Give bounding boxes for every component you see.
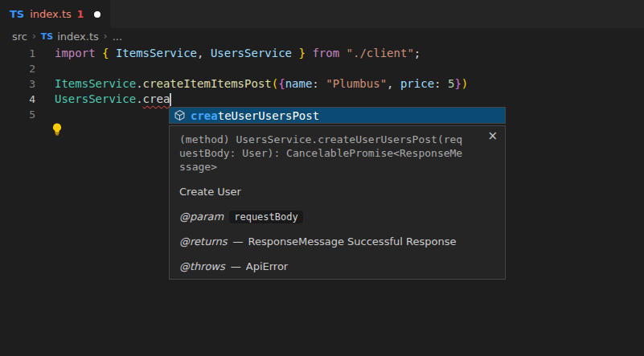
tab-error-count-badge: 1 [77,9,84,20]
code-line[interactable]: 3ItemsService.createItemItemsPost({name:… [0,76,644,92]
vscode-window: TS index.ts 1 src › TS index.ts › ... 1i… [0,0,644,356]
code-token: UsersService [211,47,292,59]
code-token: { [278,77,285,90]
suggest-match-text: crea [191,109,218,122]
code-token: crea [143,92,170,105]
code-line[interactable]: 2 [0,61,644,76]
code-token: , [387,77,400,90]
line-number[interactable]: 3 [0,76,35,92]
code-token: ( [272,77,278,90]
breadcrumb-item-symbol[interactable]: ... [113,31,122,43]
code-token [292,47,298,59]
dash-separator: — [231,260,241,272]
method-cube-icon [174,109,186,121]
chevron-right-icon: › [104,31,108,42]
param-name-badge: requestBody [229,211,302,223]
code-token [339,47,346,59]
suggest-item-label: createUserUsersPost [191,109,319,122]
tab-bar: TS index.ts 1 [0,0,644,28]
doc-tag-param: @paramrequestBody [179,211,495,223]
lightbulb-quickfix-icon[interactable] [51,123,63,138]
code-token: . [136,92,142,105]
code-token: . [136,77,142,90]
doc-description: Create User [179,186,495,198]
suggest-rest-text: teUserUsersPost [218,109,319,122]
method-signature: (method) UsersService.createUserUsersPos… [179,133,462,174]
code-token: } [454,77,461,90]
tab-index-ts[interactable]: TS index.ts 1 [0,0,110,28]
line-number[interactable]: 1 [0,46,35,61]
text-cursor [170,93,171,106]
tag-throws-label: @throws [179,260,225,272]
doc-tag-returns: @returns—ResponseMessage Successful Resp… [179,235,495,248]
close-icon[interactable]: × [487,130,498,142]
code-token: "./client" [347,47,414,59]
code-token: UsersService [55,92,136,105]
doc-tag-throws: @throws—ApiError [179,260,495,273]
code-token: , [197,47,211,59]
breadcrumb-item-src[interactable]: src [12,31,27,43]
breadcrumb: src › TS index.ts › ... [0,28,644,44]
code-token: createItemItemsPost [143,77,272,90]
chevron-right-icon: › [32,31,36,42]
suggest-docs-panel: × (method) UsersService.createUserUsersP… [169,125,506,280]
code-line[interactable]: 4UsersService.crea [0,92,644,107]
code-token [96,47,102,59]
code-token: "Plumbus" [326,77,387,90]
tab-label: index.ts [30,8,72,20]
code-token: ItemsService [116,47,197,59]
line-number[interactable]: 2 [0,61,35,76]
code-token: price [400,77,434,90]
breadcrumb-item-file[interactable]: index.ts [57,31,99,43]
throws-text: ApiError [246,260,288,272]
code-token: } [299,47,306,59]
typescript-file-icon: TS [10,8,24,20]
code-token: name [285,77,313,90]
code-text: ItemsService.createItemItemsPost({name: … [55,76,468,92]
code-text: import { ItemsService, UsersService } fr… [55,46,420,61]
code-token: ItemsService [55,77,136,90]
tag-param-label: @param [179,211,224,223]
dash-separator: — [233,235,244,248]
returns-text: ResponseMessage Successful Response [248,235,457,248]
code-token: : [312,77,326,90]
line-number[interactable]: 5 [0,107,35,122]
code-token: ) [461,77,468,90]
suggest-item-createUserUsersPost[interactable]: createUserUsersPost [169,107,506,124]
code-token [109,47,115,59]
modified-dot-icon[interactable] [94,11,100,18]
code-line[interactable]: 1import { ItemsService, UsersService } f… [0,46,644,61]
code-token: import [55,47,96,59]
code-token: : [434,77,448,90]
code-text: UsersService.crea [55,92,171,107]
tag-returns-label: @returns [179,235,228,248]
suggest-widget: createUserUsersPost × (method) UsersServ… [169,107,506,280]
code-token: from [312,47,339,59]
code-token: ; [414,47,420,59]
typescript-file-icon: TS [41,31,53,42]
line-number[interactable]: 4 [0,92,35,107]
